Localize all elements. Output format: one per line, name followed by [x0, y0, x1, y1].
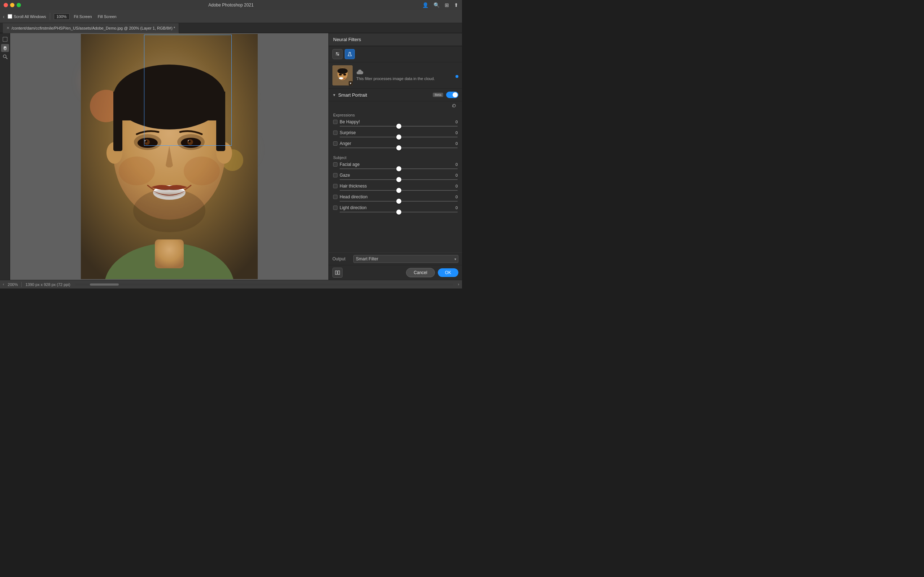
- scroll-right-arrow[interactable]: ›: [458, 282, 459, 286]
- scroll-left-arrow[interactable]: ‹: [3, 282, 4, 286]
- thumb-gaze[interactable]: [396, 177, 401, 182]
- label-gaze: Gaze: [340, 173, 450, 178]
- checkbox-head-direction[interactable]: [333, 195, 338, 199]
- svg-point-39: [343, 74, 346, 76]
- track-light-direction[interactable]: [340, 212, 458, 213]
- zoom-display[interactable]: 100%: [54, 13, 69, 20]
- window-controls[interactable]: [3, 3, 21, 7]
- filter-icon-flask[interactable]: [345, 49, 355, 59]
- value-light-direction: 0: [452, 206, 458, 210]
- reset-row: [329, 102, 462, 110]
- tool-hand[interactable]: [1, 44, 9, 52]
- track-head-direction[interactable]: [340, 201, 458, 201]
- value-gaze: 0: [452, 173, 458, 177]
- tool-marquee[interactable]: [1, 35, 9, 43]
- track-facial-age[interactable]: [340, 168, 458, 169]
- value-anger: 0: [452, 141, 458, 146]
- filter-icon-sliders[interactable]: [333, 49, 342, 59]
- value-head-direction: 0: [452, 195, 458, 199]
- checkbox-anger[interactable]: [333, 141, 338, 146]
- output-select[interactable]: Smart Filter New Layer Current Layer New…: [353, 255, 459, 263]
- checkbox-gaze[interactable]: [333, 173, 338, 177]
- svg-point-40: [339, 77, 343, 79]
- checkbox-be-happy[interactable]: [333, 120, 338, 124]
- checkbox-facial-age[interactable]: [333, 162, 338, 167]
- scroll-all-input[interactable]: [8, 14, 12, 19]
- face-svg: [81, 34, 258, 279]
- preview-row: ▾ This filter processes image data in th…: [329, 62, 462, 89]
- thumb-head-direction[interactable]: [396, 199, 401, 204]
- value-facial-age: 0: [452, 162, 458, 167]
- dimensions-status: 1390 px x 928 px (72 ppi): [25, 282, 70, 287]
- svg-rect-8: [155, 239, 184, 268]
- thumb-be-happy[interactable]: [396, 124, 401, 129]
- label-hair-thickness: Hair thickness: [340, 184, 450, 189]
- thumb-light-direction[interactable]: [396, 210, 401, 214]
- track-anger[interactable]: [340, 148, 458, 148]
- output-row: Output Smart Filter New Layer Current La…: [329, 253, 462, 265]
- svg-point-37: [338, 68, 347, 74]
- thumb-facial-age[interactable]: [396, 166, 401, 171]
- maximize-button[interactable]: [16, 3, 21, 7]
- fit-screen-button[interactable]: Fit Screen: [73, 14, 94, 19]
- fill-screen-button[interactable]: Fill Screen: [96, 14, 118, 19]
- tool-zoom[interactable]: [1, 53, 9, 61]
- minimize-button[interactable]: [10, 3, 15, 7]
- face-image: [81, 34, 258, 279]
- thumb-anger[interactable]: [396, 145, 401, 150]
- user-icon[interactable]: 👤: [422, 2, 428, 8]
- svg-point-26: [184, 156, 220, 185]
- titlebar: Adobe Photoshop 2021 👤 🔍 ⊞ ⬆: [0, 0, 462, 10]
- filter-icons-row: [329, 46, 462, 62]
- preview-thumbnail[interactable]: ▾: [333, 65, 353, 85]
- checkbox-surprise[interactable]: [333, 131, 338, 135]
- tools-panel: [0, 33, 10, 280]
- toolbar: ‹ Scroll All Windows 100% Fit Screen Fil…: [0, 10, 462, 23]
- label-light-direction: Light direction: [340, 205, 450, 210]
- scroll-all-checkbox[interactable]: Scroll All Windows: [8, 14, 46, 19]
- neural-filters-header: Neural Filters: [329, 33, 462, 46]
- horizontal-scrollbar[interactable]: [76, 284, 453, 285]
- canvas: [10, 33, 328, 280]
- smart-portrait-header[interactable]: ▼ Smart Portrait Beta: [329, 89, 462, 102]
- close-button[interactable]: [3, 3, 8, 7]
- track-gaze[interactable]: [340, 179, 458, 180]
- compare-button[interactable]: [333, 268, 342, 278]
- track-be-happy[interactable]: [340, 126, 458, 127]
- tab-close-icon[interactable]: ✕: [6, 26, 10, 30]
- svg-point-38: [339, 74, 342, 76]
- toolbar-divider-1: [50, 13, 50, 20]
- share-icon[interactable]: ⬆: [454, 2, 459, 8]
- slider-row-surprise: Surprise 0: [329, 129, 462, 140]
- reset-button[interactable]: [450, 103, 459, 108]
- slider-row-facial-age: Facial age 0: [329, 161, 462, 171]
- checkbox-hair-thickness[interactable]: [333, 184, 338, 188]
- track-hair-thickness[interactable]: [340, 190, 458, 191]
- ok-button[interactable]: OK: [438, 268, 459, 277]
- document-tab[interactable]: ✕ /content/dam/ccfirstmile/PHSP/en_US/as…: [3, 23, 179, 33]
- slider-row-be-happy: Be Happy! 0: [329, 118, 462, 129]
- active-indicator: [456, 75, 459, 78]
- window-title: Adobe Photoshop 2021: [208, 3, 254, 8]
- cancel-button[interactable]: Cancel: [406, 268, 435, 277]
- scrollbar-thumb[interactable]: [90, 284, 119, 285]
- value-hair-thickness: 0: [452, 184, 458, 188]
- cloud-icon-area: [356, 69, 451, 75]
- neural-filters-panel: Neural Filters: [328, 33, 462, 280]
- output-select-wrapper[interactable]: Smart Filter New Layer Current Layer New…: [353, 255, 459, 263]
- checkbox-light-direction[interactable]: [333, 206, 338, 210]
- smart-portrait-toggle[interactable]: [446, 92, 459, 98]
- slider-row-anger: Anger 0: [329, 140, 462, 150]
- output-label: Output: [333, 256, 351, 261]
- track-surprise[interactable]: [340, 137, 458, 137]
- search-icon[interactable]: 🔍: [433, 2, 439, 8]
- tabbar: ✕ /content/dam/ccfirstmile/PHSP/en_US/as…: [0, 23, 462, 33]
- back-icon[interactable]: ‹: [3, 14, 5, 19]
- main-area: Neural Filters: [0, 33, 462, 280]
- thumb-surprise[interactable]: [396, 134, 401, 140]
- svg-rect-28: [113, 101, 122, 151]
- label-head-direction: Head direction: [340, 194, 450, 200]
- thumb-hair-thickness[interactable]: [396, 188, 401, 193]
- preview-dropdown[interactable]: ▾: [349, 81, 353, 85]
- layout-icon[interactable]: ⊞: [445, 2, 449, 8]
